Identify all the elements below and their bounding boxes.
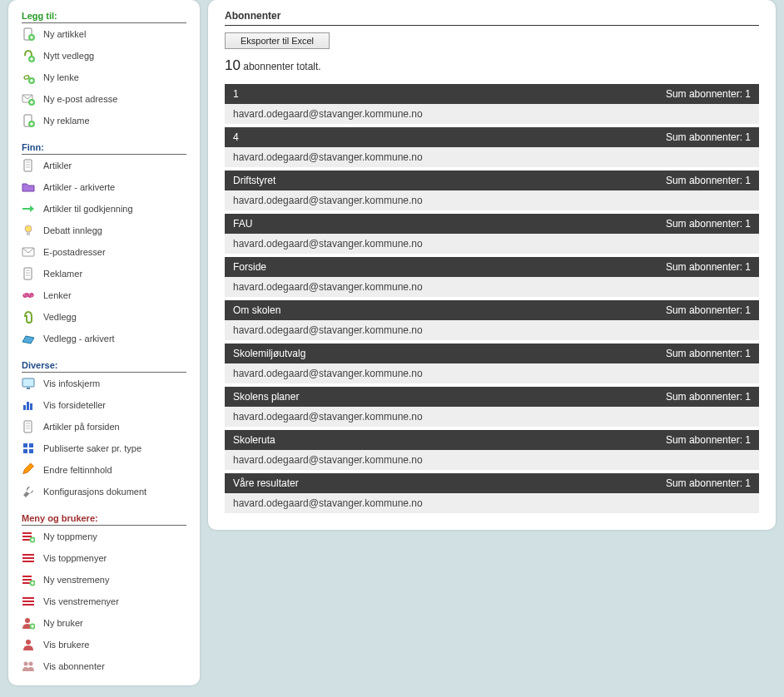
attach-icon <box>22 310 35 324</box>
sidebar-section-header: Legg til: <box>22 8 186 23</box>
link-icon <box>22 289 35 302</box>
sidebar-item-label: Reklamer <box>43 269 82 279</box>
sidebar-item-endre-feltinnhold[interactable]: Endre feltinnhold <box>22 459 186 481</box>
group-header: SkolemiljøutvalgSum abonnenter: 1 <box>225 344 759 363</box>
svg-rect-54 <box>22 576 32 577</box>
group-header: FAUSum abonnenter: 1 <box>225 214 759 234</box>
sidebar-item-label: Vis toppmenyer <box>43 553 107 563</box>
group-name: Skolemiljøutvalg <box>233 348 305 359</box>
menu-plus-icon <box>22 573 35 586</box>
group-sum: Sum abonnenter: 1 <box>666 261 751 273</box>
sidebar-item-vis-infoskjerm[interactable]: Vis infoskjerm <box>22 373 186 394</box>
archive-icon <box>22 332 35 345</box>
sidebar-item-artikler[interactable]: Artikler <box>22 155 186 176</box>
group-sum: Sum abonnenter: 1 <box>666 304 751 316</box>
subscriber-email: havard.odegaard@stavanger.kommune.no <box>225 234 759 254</box>
svg-rect-33 <box>27 388 30 389</box>
grid-icon <box>22 442 35 455</box>
svg-rect-55 <box>22 579 32 581</box>
sidebar-item-ny-venstremeny[interactable]: Ny venstremeny <box>22 569 186 591</box>
sidebar-item-ny-artikkel[interactable]: Ny artikkel <box>22 23 186 45</box>
group-name: FAU <box>233 218 252 230</box>
sidebar-item-debatt-innlegg[interactable]: Debatt innlegg <box>22 220 186 241</box>
sidebar-item-vis-brukere[interactable]: Vis brukere <box>22 634 186 655</box>
totals-text: 10 abonnenter totalt. <box>225 57 759 74</box>
sidebar-item-vis-toppmenyer[interactable]: Vis toppmenyer <box>22 547 186 569</box>
subscriber-email: havard.odegaard@stavanger.kommune.no <box>225 147 759 167</box>
group-name: Skolens planer <box>233 391 299 403</box>
sidebar: Legg til:Ny artikkelNytt vedleggNy lenke… <box>8 0 200 685</box>
sidebar-section-header: Meny og brukere: <box>22 511 186 526</box>
sidebar-item-label: Ny reklame <box>43 116 90 126</box>
sidebar-item-publiserte-saker-pr-type[interactable]: Publiserte saker pr. type <box>22 437 186 459</box>
sidebar-item-label: Ny lenke <box>43 72 79 82</box>
sidebar-item-artikler-arkiverte[interactable]: Artikler - arkiverte <box>22 176 186 198</box>
sidebar-item-e-postadresser[interactable]: E-postadresser <box>22 241 186 263</box>
sidebar-item-label: Vis venstremenyer <box>43 596 119 606</box>
subscriber-email: havard.odegaard@stavanger.kommune.no <box>225 407 759 427</box>
sidebar-item-label: Debatt innlegg <box>43 225 102 235</box>
subscriber-email: havard.odegaard@stavanger.kommune.no <box>225 450 759 470</box>
sidebar-item-vedlegg-arkivert[interactable]: Vedlegg - arkivert <box>22 328 186 349</box>
svg-point-67 <box>26 640 31 645</box>
sidebar-item-reklamer[interactable]: Reklamer <box>22 263 186 284</box>
group-sum: Sum abonnenter: 1 <box>666 391 751 403</box>
svg-rect-52 <box>22 557 34 559</box>
group-header: SkolerutaSum abonnenter: 1 <box>225 430 759 450</box>
group-sum: Sum abonnenter: 1 <box>666 218 751 230</box>
group-name: 1 <box>233 88 239 100</box>
sidebar-item-label: Publiserte saker pr. type <box>43 443 141 453</box>
svg-rect-53 <box>22 561 34 562</box>
sidebar-item-label: Vis abonnenter <box>43 661 105 671</box>
subscriber-email: havard.odegaard@stavanger.kommune.no <box>225 363 759 383</box>
sidebar-item-label: E-postadresser <box>43 247 106 257</box>
svg-rect-51 <box>22 554 34 556</box>
sidebar-item-ny-reklame[interactable]: Ny reklame <box>22 110 186 131</box>
user-plus-icon <box>22 616 35 630</box>
sidebar-item-label: Vedlegg <box>43 312 77 322</box>
menu-icon <box>22 595 35 608</box>
svg-rect-19 <box>24 160 32 171</box>
sidebar-item-vedlegg[interactable]: Vedlegg <box>22 306 186 328</box>
sidebar-item-ny-toppmeny[interactable]: Ny toppmeny <box>22 526 186 547</box>
sidebar-item-vis-forsideteller[interactable]: Vis forsideteller <box>22 394 186 416</box>
doc-plus-icon <box>22 114 35 127</box>
sidebar-item-ny-bruker[interactable]: Ny bruker <box>22 612 186 634</box>
subscriber-email: havard.odegaard@stavanger.kommune.no <box>225 320 759 340</box>
group-name: Om skolen <box>233 304 280 316</box>
group-sum: Sum abonnenter: 1 <box>666 434 751 446</box>
screen-icon <box>22 377 35 390</box>
subscriber-email: havard.odegaard@stavanger.kommune.no <box>225 104 759 124</box>
svg-point-63 <box>25 618 30 623</box>
group-header: 1Sum abonnenter: 1 <box>225 84 759 104</box>
main-panel: Abonnenter Eksporter til Excel 10 abonne… <box>208 0 776 530</box>
svg-point-69 <box>29 662 33 666</box>
sidebar-item-label: Artikler på forsiden <box>43 422 120 432</box>
sidebar-item-ny-e-post-adresse[interactable]: Ny e-post adresse <box>22 88 186 110</box>
svg-rect-35 <box>27 402 29 410</box>
group-sum: Sum abonnenter: 1 <box>666 477 751 489</box>
svg-rect-34 <box>23 405 26 410</box>
sidebar-item-artikler-til-godkjenning[interactable]: Artikler til godkjenning <box>22 198 186 220</box>
user-icon <box>22 638 35 651</box>
sidebar-item-artikler-p-forsiden[interactable]: Artikler på forsiden <box>22 416 186 437</box>
svg-point-7 <box>23 75 29 80</box>
sidebar-item-label: Ny artikkel <box>43 29 86 39</box>
sidebar-item-label: Vis brukere <box>43 640 89 650</box>
group-name: Våre resultater <box>233 477 299 489</box>
sidebar-item-label: Nytt vedlegg <box>43 51 94 61</box>
svg-rect-62 <box>22 604 34 606</box>
export-excel-button[interactable]: Eksporter til Excel <box>225 32 330 49</box>
sidebar-item-nytt-vedlegg[interactable]: Nytt vedlegg <box>22 45 186 67</box>
sidebar-item-ny-lenke[interactable]: Ny lenke <box>22 67 186 88</box>
sidebar-item-vis-venstremenyer[interactable]: Vis venstremenyer <box>22 591 186 612</box>
group-sum: Sum abonnenter: 1 <box>666 348 751 359</box>
svg-rect-61 <box>22 601 34 602</box>
sidebar-item-lenker[interactable]: Lenker <box>22 284 186 306</box>
sidebar-item-konfigurasjons-dokument[interactable]: Konfigurasjons dokument <box>22 481 186 502</box>
svg-rect-24 <box>27 232 30 235</box>
group-header: Skolens planerSum abonnenter: 1 <box>225 387 759 407</box>
group-sum: Sum abonnenter: 1 <box>666 131 751 143</box>
sidebar-item-vis-abonnenter[interactable]: Vis abonnenter <box>22 655 186 677</box>
svg-rect-45 <box>22 532 32 534</box>
